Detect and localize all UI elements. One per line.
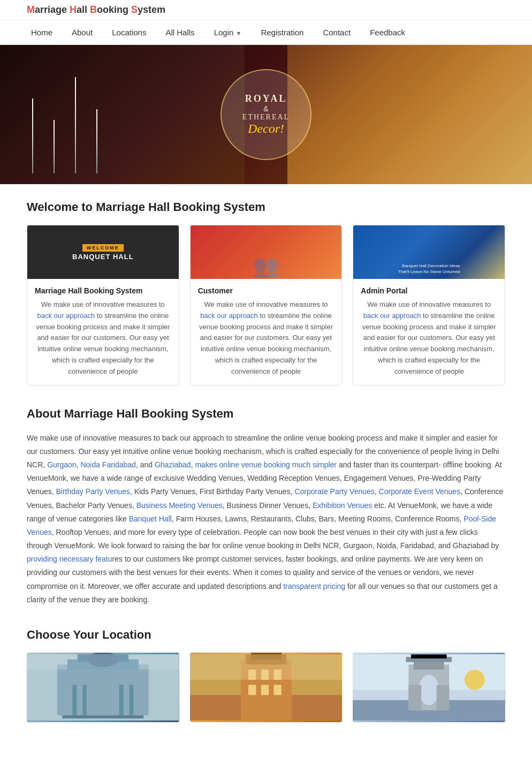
business-meeting-link[interactable]: Business Meeting Venues <box>136 501 223 510</box>
svg-rect-1 <box>57 664 149 715</box>
ghaziabad-link[interactable]: Ghaziabad <box>155 460 191 469</box>
location-cards <box>27 653 505 722</box>
hero-badge-decor: Decor! <box>248 122 284 136</box>
card-admin-body: Admin Portal We make use of innovative m… <box>353 279 505 385</box>
exhibition-link[interactable]: Exhibition Venues <box>313 501 372 510</box>
about-text: We make use of innovative measures to ba… <box>27 432 505 607</box>
about-section: About Marriage Hall Booking System We ma… <box>27 407 505 607</box>
svg-rect-22 <box>190 654 343 679</box>
card-admin-image: Banquet Hall Decoration IdeasThat'll Lea… <box>353 225 505 279</box>
location-card-chennai[interactable] <box>190 653 343 722</box>
hero-right-decor <box>287 45 532 184</box>
svg-rect-33 <box>411 654 446 658</box>
svg-point-25 <box>465 670 485 690</box>
admin-img-text: Banquet Hall Decoration IdeasThat'll Lea… <box>396 261 462 277</box>
title-letter-H: H <box>70 4 77 15</box>
title-letter-B: B <box>90 4 97 15</box>
title-letter-M: M <box>27 4 35 15</box>
site-title-bar: Marriage Hall Booking System <box>0 0 532 20</box>
svg-point-29 <box>419 675 439 705</box>
title-letter-S: S <box>131 4 138 15</box>
card-mhbs-image: WELCOME BANQUET HALL <box>27 225 179 279</box>
location-heading: Choose Your Location <box>27 628 505 642</box>
nav-login[interactable]: Login ▼ <box>204 20 252 44</box>
nav-feedback[interactable]: Feedback <box>360 20 415 44</box>
card-customer: 👥 Customer We make use of innovative mea… <box>190 225 343 385</box>
dropdown-arrow-icon: ▼ <box>236 30 242 36</box>
location-card-delhi[interactable] <box>353 653 505 722</box>
main-content: Welcome to Marriage Hall Booking System … <box>0 184 532 749</box>
hero-badge-ethereal: ETHEREAL <box>242 113 290 122</box>
nav-login-dropdown[interactable]: Login ▼ <box>204 20 252 44</box>
hero-left-decor <box>0 45 245 184</box>
welcome-label: WELCOME <box>82 244 124 252</box>
features-link[interactable]: providing necessary featu <box>27 555 112 563</box>
svg-rect-31 <box>437 685 450 710</box>
card-customer-image: 👥 <box>191 225 342 279</box>
nav-about[interactable]: About <box>62 20 102 44</box>
bangalore-image <box>27 653 179 722</box>
card-mhbs-title: Marriage Hall Booking System <box>35 286 171 295</box>
noida-link[interactable]: Noida Faridabad <box>80 460 136 469</box>
svg-rect-10 <box>27 654 179 669</box>
hero-badge-and: & <box>263 104 268 113</box>
card-customer-link[interactable]: back our approach <box>200 312 258 320</box>
card-mhbs-link[interactable]: back our approach <box>37 312 95 320</box>
svg-rect-20 <box>261 685 269 695</box>
crowd-icon: 👥 <box>253 255 279 276</box>
transparent-pricing-link[interactable]: transparent pricing <box>283 582 345 591</box>
nav-registration[interactable]: Registration <box>251 20 313 44</box>
card-admin: Banquet Hall Decoration IdeasThat'll Lea… <box>353 225 505 385</box>
hero-badge-royal: ROYAL <box>245 93 287 104</box>
nav-home[interactable]: Home <box>21 20 62 44</box>
svg-rect-5 <box>72 685 77 715</box>
card-admin-link[interactable]: back our approach <box>363 312 421 320</box>
card-mhbs-text: We make use of innovative measures to ba… <box>35 299 171 377</box>
card-mhbs-body: Marriage Hall Booking System We make use… <box>27 279 179 385</box>
delhi-image <box>353 653 505 722</box>
svg-rect-19 <box>248 685 256 695</box>
nav-contact[interactable]: Contact <box>313 20 360 44</box>
gurgaon-link[interactable]: Gurgaon <box>47 460 76 469</box>
welcome-heading: Welcome to Marriage Hall Booking System <box>27 200 505 214</box>
card-customer-text: We make use of innovative measures to ba… <box>198 299 335 377</box>
site-title-text: Marriage Hall Booking System <box>27 4 165 15</box>
card-customer-title: Customer <box>198 286 335 295</box>
booking-simpler-link[interactable]: makes online venue booking much simpler <box>195 460 337 469</box>
location-section: Choose Your Location <box>27 628 505 722</box>
svg-rect-7 <box>119 685 124 715</box>
main-nav: Home About Locations All Halls Login ▼ R… <box>0 20 532 45</box>
svg-rect-21 <box>273 685 281 695</box>
nav-locations[interactable]: Locations <box>102 20 156 44</box>
feature-cards: WELCOME BANQUET HALL Marriage Hall Booki… <box>27 225 505 385</box>
nav-allhalls[interactable]: All Halls <box>156 20 204 44</box>
corporate-party-link[interactable]: Corporate Party Venues <box>294 487 374 496</box>
banquet-hall-label: BANQUET HALL <box>72 253 134 261</box>
card-admin-text: We make use of innovative measures to ba… <box>361 299 497 377</box>
card-mhbs: WELCOME BANQUET HALL Marriage Hall Booki… <box>27 225 179 385</box>
svg-rect-30 <box>409 685 422 710</box>
svg-rect-9 <box>62 715 143 718</box>
location-card-bangalore[interactable] <box>27 653 179 722</box>
banquet-hall-link[interactable]: Banquet Hall <box>129 514 172 523</box>
card-customer-body: Customer We make use of innovative measu… <box>191 279 342 385</box>
chennai-image <box>190 653 343 722</box>
hero-banner: ROYAL & ETHEREAL Decor! <box>0 45 532 184</box>
hero-badge: ROYAL & ETHEREAL Decor! <box>221 69 311 160</box>
pool-side-link[interactable]: Pool-Side Venues <box>27 514 496 536</box>
about-heading: About Marriage Hall Booking System <box>27 407 505 421</box>
svg-rect-6 <box>82 685 87 715</box>
corporate-event-link[interactable]: Corporate Event Venues <box>379 487 461 496</box>
card-admin-title: Admin Portal <box>361 286 497 295</box>
birthday-party-link[interactable]: Birthday Party Venues <box>56 487 131 496</box>
svg-rect-8 <box>130 685 134 715</box>
